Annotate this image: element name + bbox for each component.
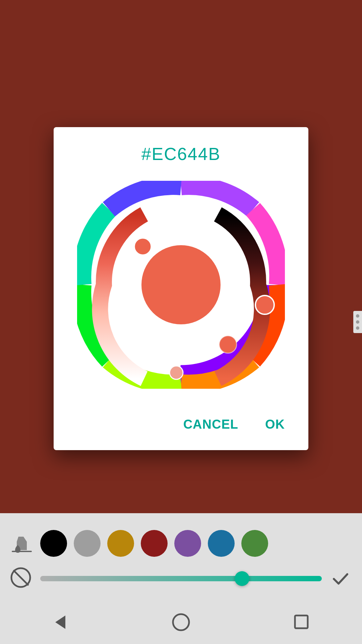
- hue-ring-svg: [77, 181, 285, 389]
- svg-point-10: [170, 366, 183, 379]
- svg-point-12: [219, 336, 237, 353]
- svg-point-9: [134, 238, 152, 255]
- color-picker-dialog: #EC644B: [54, 127, 308, 450]
- color-wheel[interactable]: [77, 181, 285, 389]
- hex-color-display: #EC644B: [70, 144, 292, 164]
- dialog-buttons: CANCEL OK: [70, 406, 292, 437]
- cancel-button[interactable]: CANCEL: [177, 412, 245, 437]
- svg-point-8: [141, 245, 221, 324]
- ok-button[interactable]: OK: [258, 412, 292, 437]
- svg-point-11: [255, 296, 274, 314]
- dialog-overlay: #EC644B: [0, 0, 362, 644]
